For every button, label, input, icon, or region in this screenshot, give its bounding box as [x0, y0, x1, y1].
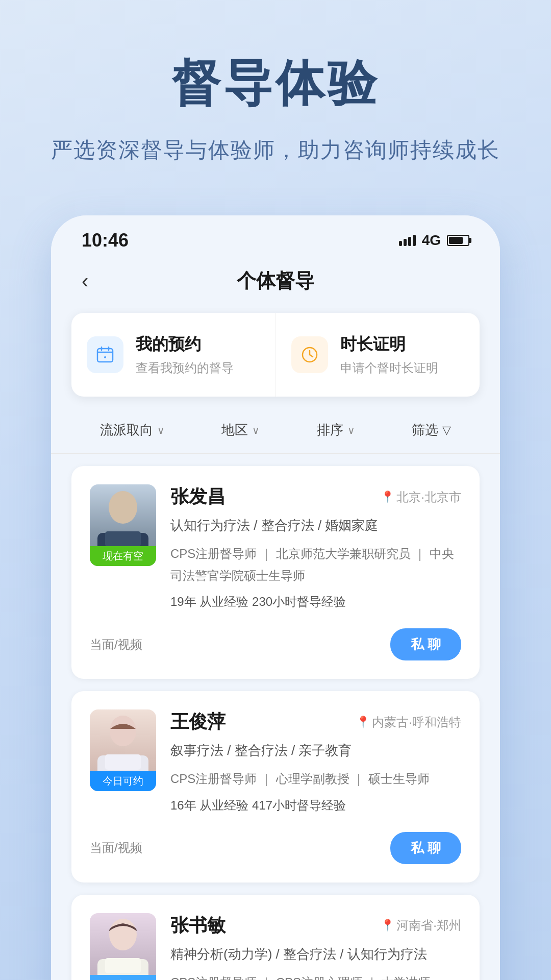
supervisor-name-row-1: 王俊萍 📍 内蒙古·呼和浩特 — [170, 709, 461, 734]
supervisor-card-1: 今日可约 王俊萍 📍 内蒙古·呼和浩特 叙事疗法 / 整合疗法 / 亲子教育 C… — [71, 691, 480, 882]
svg-rect-16 — [105, 958, 141, 973]
signal-bar-3 — [408, 237, 411, 246]
battery-fill — [449, 237, 463, 244]
battery-icon — [447, 235, 469, 246]
supervisor-mode-0: 当面/视频 — [90, 636, 142, 653]
hero-title: 督导体验 — [171, 51, 380, 117]
supervisors-list: 现在有空 张发昌 📍 北京·北京市 认知行为疗法 / 整合疗法 / 婚姻家庭 C… — [51, 466, 500, 980]
filter-screen-label: 筛选 — [412, 421, 438, 439]
supervisor-certs-0: CPS注册督导师 ｜ 北京师范大学兼职研究员 ｜ 中央司法警官学院硕士生导师 — [170, 543, 461, 586]
supervisor-tags-2: 精神分析(动力学) / 整合疗法 / 认知行为疗法 — [170, 944, 461, 964]
signal-bar-2 — [404, 239, 407, 246]
supervisor-card-0: 现在有空 张发昌 📍 北京·北京市 认知行为疗法 / 整合疗法 / 婚姻家庭 C… — [71, 466, 480, 679]
svg-line-7 — [310, 355, 313, 357]
filter-style-label: 流派取向 — [100, 421, 153, 439]
phone-mockup-wrapper: 10:46 4G ‹ 个体督导 — [51, 215, 500, 980]
supervisor-exp-1: 16年 从业经验 417小时督导经验 — [170, 797, 461, 814]
supervisor-certs-2: CPS注册督导师 ｜ CPS注册心理师 ｜ 大学讲师 — [170, 971, 461, 980]
phone-mockup: 10:46 4G ‹ 个体督导 — [51, 215, 500, 980]
status-icons: 4G — [399, 232, 469, 249]
supervisor-info-0: 张发昌 📍 北京·北京市 认知行为疗法 / 整合疗法 / 婚姻家庭 CPS注册督… — [170, 484, 461, 618]
supervisor-avatar-1: 今日可约 — [90, 709, 156, 791]
supervisor-name-1: 王俊萍 — [170, 709, 226, 734]
availability-badge-0: 现在有空 — [90, 546, 156, 566]
cert-title: 时长证明 — [340, 333, 438, 356]
signal-bar-1 — [399, 241, 402, 246]
location-pin-2: 📍 — [381, 919, 394, 932]
signal-bar-4 — [413, 235, 416, 246]
filter-style[interactable]: 流派取向 ∨ — [100, 421, 165, 439]
appointment-text: 我的预约 查看我预约的督导 — [136, 333, 234, 376]
filter-region[interactable]: 地区 ∨ — [221, 421, 260, 439]
filter-region-arrow: ∨ — [252, 424, 260, 436]
back-button[interactable]: ‹ — [77, 264, 93, 298]
supervisor-footer-0: 当面/视频 私 聊 — [90, 628, 461, 660]
signal-icon — [399, 235, 416, 246]
supervisor-avatar-2: 最近可约 — [90, 913, 156, 980]
svg-point-8 — [109, 491, 137, 524]
appointment-icon — [87, 336, 123, 373]
supervisor-name-0: 张发昌 — [170, 484, 226, 509]
cert-desc: 申请个督时长证明 — [340, 360, 438, 376]
cert-icon — [291, 336, 328, 373]
supervisor-name-2: 张书敏 — [170, 913, 226, 938]
duration-cert-card[interactable]: 时长证明 申请个督时长证明 — [276, 313, 480, 397]
supervisor-header-2: 最近可约 张书敏 📍 河南省·郑州 精神分析(动力学) / 整合疗法 / 认知行… — [90, 913, 461, 980]
svg-point-11 — [110, 716, 136, 746]
filter-bar: 流派取向 ∨ 地区 ∨ 排序 ∨ 筛选 ▽ — [51, 407, 500, 454]
svg-point-4 — [104, 356, 106, 358]
supervisor-footer-1: 当面/视频 私 聊 — [90, 832, 461, 864]
filter-funnel-icon: ▽ — [442, 424, 451, 437]
supervisor-tags-0: 认知行为疗法 / 整合疗法 / 婚姻家庭 — [170, 516, 461, 535]
supervisor-location-0: 📍 北京·北京市 — [381, 489, 461, 505]
supervisor-certs-1: CPS注册督导师 ｜ 心理学副教授 ｜ 硕士生导师 — [170, 768, 461, 790]
svg-rect-10 — [105, 531, 141, 547]
filter-style-arrow: ∨ — [157, 424, 165, 436]
supervisor-name-row-2: 张书敏 📍 河南省·郑州 — [170, 913, 461, 938]
supervisor-name-row-0: 张发昌 📍 北京·北京市 — [170, 484, 461, 509]
status-bar: 10:46 4G — [51, 215, 500, 259]
chat-button-1[interactable]: 私 聊 — [390, 832, 461, 864]
my-appointment-card[interactable]: 我的预约 查看我预约的督导 — [71, 313, 276, 397]
supervisor-info-1: 王俊萍 📍 内蒙古·呼和浩特 叙事疗法 / 整合疗法 / 亲子教育 CPS注册督… — [170, 709, 461, 821]
supervisor-exp-0: 19年 从业经验 230小时督导经验 — [170, 594, 461, 610]
hero-section: 督导体验 严选资深督导与体验师，助力咨询师持续成长 — [0, 0, 551, 195]
supervisor-card-2: 最近可约 张书敏 📍 河南省·郑州 精神分析(动力学) / 整合疗法 / 认知行… — [71, 895, 480, 980]
nav-bar: ‹ 个体督导 — [51, 259, 500, 308]
chat-button-0[interactable]: 私 聊 — [390, 628, 461, 660]
network-indicator: 4G — [422, 232, 441, 249]
supervisor-header-1: 今日可约 王俊萍 📍 内蒙古·呼和浩特 叙事疗法 / 整合疗法 / 亲子教育 C… — [90, 709, 461, 821]
page-title: 个体督导 — [237, 268, 314, 294]
supervisor-location-2: 📍 河南省·郑州 — [381, 917, 461, 934]
availability-badge-1: 今日可约 — [90, 771, 156, 791]
filter-screen[interactable]: 筛选 ▽ — [412, 421, 451, 439]
filter-sort[interactable]: 排序 ∨ — [317, 421, 355, 439]
supervisor-mode-1: 当面/视频 — [90, 840, 142, 856]
filter-sort-label: 排序 — [317, 421, 343, 439]
supervisor-info-2: 张书敏 📍 河南省·郑州 精神分析(动力学) / 整合疗法 / 认知行为疗法 C… — [170, 913, 461, 980]
supervisor-avatar-0: 现在有空 — [90, 484, 156, 566]
appointment-title: 我的预约 — [136, 333, 234, 356]
filter-sort-arrow: ∨ — [347, 424, 355, 436]
availability-badge-2: 最近可约 — [90, 975, 156, 980]
supervisor-tags-1: 叙事疗法 / 整合疗法 / 亲子教育 — [170, 741, 461, 761]
location-pin-0: 📍 — [381, 491, 394, 504]
filter-region-label: 地区 — [221, 421, 248, 439]
appointment-desc: 查看我预约的督导 — [136, 360, 234, 376]
supervisor-location-1: 📍 内蒙古·呼和浩特 — [356, 714, 461, 730]
hero-subtitle: 严选资深督导与体验师，助力咨询师持续成长 — [51, 136, 500, 164]
status-time: 10:46 — [82, 230, 129, 251]
cert-text: 时长证明 申请个督时长证明 — [340, 333, 438, 376]
action-cards: 我的预约 查看我预约的督导 时长证明 申请个督时长证明 — [71, 313, 480, 397]
svg-rect-13 — [105, 754, 141, 770]
svg-rect-0 — [97, 349, 113, 362]
supervisor-header-0: 现在有空 张发昌 📍 北京·北京市 认知行为疗法 / 整合疗法 / 婚姻家庭 C… — [90, 484, 461, 618]
location-pin-1: 📍 — [356, 716, 370, 729]
